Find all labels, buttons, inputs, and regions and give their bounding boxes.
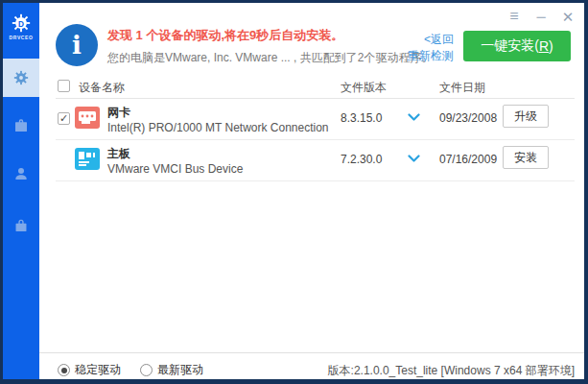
device-version: 8.3.15.0 (341, 111, 382, 125)
row-divider (56, 180, 575, 181)
detail-message: 您的电脑是VMware, Inc. VMware ... , 共匹配到了2个驱动… (107, 50, 433, 66)
latest-driver-option[interactable]: 最新驱动 (140, 362, 203, 378)
network-card-icon (75, 107, 100, 129)
header-links: <返回 重新检测 (398, 32, 454, 64)
sidebar: D DrvCeo (3, 3, 39, 379)
device-category: 网卡 (107, 105, 130, 121)
window-controls: ≡ ─ ✕ (506, 9, 576, 24)
app-window: D DrvCeo (0, 0, 588, 384)
sidebar-item-bag[interactable] (3, 206, 39, 245)
install-button-text-close: ) (549, 38, 553, 54)
user-icon (12, 165, 30, 182)
latest-driver-label: 最新驱动 (157, 362, 203, 378)
main-panel: ≡ ─ ✕ i 发现 1 个设备的驱动,将在9秒后自动安装。 您的电脑是VMwa… (39, 3, 584, 379)
footer-bar: 稳定驱动 最新驱动 版本:2.1.0.0_Test_lite [Windows … (39, 353, 584, 379)
device-version: 7.2.30.0 (341, 153, 382, 166)
install-button[interactable]: 安装 (503, 146, 549, 169)
stable-driver-option[interactable]: 稳定驱动 (58, 362, 121, 378)
select-all-checkbox[interactable] (58, 80, 70, 92)
app-logo: D DrvCeo (3, 12, 39, 40)
motherboard-icon (75, 148, 100, 170)
install-button-hotkey: R (539, 38, 549, 54)
column-device-name: 设备名称 (79, 80, 125, 96)
info-icon: i (56, 24, 98, 66)
driver-row-motherboard: 主板 VMware VMCI Bus Device 7.2.30.0 07/16… (39, 140, 584, 181)
minimize-icon[interactable]: ─ (532, 11, 550, 23)
column-file-date: 文件日期 (439, 80, 485, 96)
bag-icon (12, 217, 30, 234)
sidebar-item-toolbox[interactable] (3, 107, 39, 145)
gear-icon (12, 69, 30, 86)
toolbox-icon (12, 117, 30, 134)
sidebar-item-user[interactable] (3, 155, 39, 193)
column-file-version: 文件版本 (341, 80, 387, 96)
table-header: 设备名称 文件版本 文件日期 (39, 77, 584, 98)
driver-row-network: ✓ 网卡 Intel(R) PRO/1000 MT Network Connec… (39, 99, 584, 140)
device-date: 07/16/2009 (439, 153, 497, 166)
app-version-text: 版本:2.1.0.0_Test_lite [Windows 7 x64 部署环境… (328, 363, 575, 379)
one-click-install-button[interactable]: 一键安装(R) (463, 31, 571, 61)
device-name: Intel(R) PRO/1000 MT Network Connection (107, 121, 329, 134)
back-link[interactable]: <返回 (398, 32, 454, 48)
upgrade-button[interactable]: 升级 (503, 105, 549, 128)
radio-unselected-icon (140, 364, 153, 376)
driver-type-options: 稳定驱动 最新驱动 (58, 362, 203, 378)
menu-icon[interactable]: ≡ (506, 9, 523, 24)
version-dropdown-chevron-down-icon[interactable] (408, 113, 420, 122)
recheck-link[interactable]: 重新检测 (398, 48, 454, 64)
app-name-label: DrvCeo (3, 35, 39, 40)
sidebar-item-drivers[interactable] (3, 59, 39, 97)
gear-logo-icon: D (11, 12, 32, 34)
stable-driver-label: 稳定驱动 (75, 362, 121, 378)
device-date: 09/23/2008 (439, 111, 497, 125)
alert-message: 发现 1 个设备的驱动,将在9秒后自动安装。 (107, 27, 343, 44)
install-button-text: 一键安装( (481, 37, 539, 55)
radio-selected-icon (58, 364, 70, 376)
version-dropdown-chevron-down-icon[interactable] (408, 155, 420, 163)
svg-text:D: D (18, 20, 24, 29)
row-checkbox[interactable]: ✓ (58, 112, 70, 125)
close-icon[interactable]: ✕ (559, 10, 576, 24)
device-name: VMware VMCI Bus Device (107, 162, 243, 176)
device-category: 主板 (107, 146, 130, 162)
